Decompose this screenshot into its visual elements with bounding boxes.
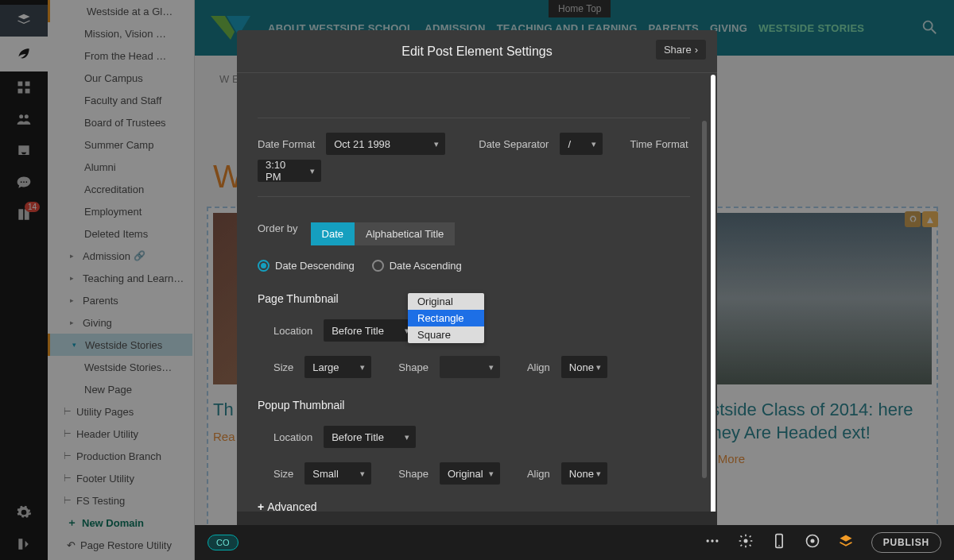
preview-icon[interactable] xyxy=(805,533,820,552)
share-button[interactable]: Share› xyxy=(656,40,706,60)
gear-icon[interactable] xyxy=(738,533,754,552)
sort-descending-radio[interactable]: Date Descending xyxy=(258,260,355,272)
layers-icon[interactable] xyxy=(838,533,854,552)
modal-overlay: Edit Post Element Settings Share› Date F… xyxy=(0,0,954,560)
popup-thumb-align-select[interactable]: None xyxy=(561,462,607,485)
modal-scrollbar-track[interactable] xyxy=(711,75,716,512)
popup-thumb-size-select[interactable]: Small xyxy=(304,462,371,485)
time-format-label: Time Format xyxy=(630,138,688,150)
size-label: Size xyxy=(273,468,293,480)
modal-header: Edit Post Element Settings Share› xyxy=(237,30,717,73)
popup-thumbnail-title: Popup Thumbnail xyxy=(258,399,690,411)
order-by-segmented: Date Alphabetical Title xyxy=(311,222,456,245)
advanced-expander[interactable]: Advanced xyxy=(258,500,690,512)
shape-label: Shape xyxy=(398,468,429,480)
svg-point-20 xyxy=(810,539,814,543)
page-thumb-size-select[interactable]: Large xyxy=(304,356,371,378)
date-format-label: Date Format xyxy=(258,138,315,150)
shape-option-original[interactable]: Original xyxy=(408,293,484,310)
svg-point-15 xyxy=(716,539,718,542)
date-format-select[interactable]: Oct 21 1998 xyxy=(326,133,445,155)
edit-post-modal: Edit Post Element Settings Share› Date F… xyxy=(237,30,717,546)
publish-button[interactable]: PUBLISH xyxy=(871,532,941,553)
order-by-date[interactable]: Date xyxy=(311,222,355,245)
date-separator-select[interactable]: / xyxy=(560,133,603,155)
page-thumb-location-select[interactable]: Before Title xyxy=(324,319,416,342)
time-format-select[interactable]: 3:10 PM xyxy=(258,160,321,182)
shape-option-square[interactable]: Square xyxy=(408,326,484,343)
svg-point-13 xyxy=(706,539,708,542)
modal-title: Edit Post Element Settings xyxy=(401,44,552,59)
location-label: Location xyxy=(273,325,312,337)
order-by-alpha[interactable]: Alphabetical Title xyxy=(355,222,455,245)
align-label: Align xyxy=(527,468,550,480)
popup-thumb-shape-select[interactable]: Original xyxy=(440,462,500,485)
status-pill[interactable]: CO xyxy=(207,535,238,550)
page-thumb-align-select[interactable]: None xyxy=(561,356,607,378)
shape-option-rectangle[interactable]: Rectangle xyxy=(408,310,484,326)
sort-ascending-radio[interactable]: Date Ascending xyxy=(372,260,462,272)
order-by-label: Order by xyxy=(258,222,298,234)
svg-point-16 xyxy=(743,539,747,543)
svg-point-14 xyxy=(711,539,713,542)
svg-point-18 xyxy=(778,545,780,546)
bottom-toolbar: CO PUBLISH xyxy=(195,525,954,560)
shape-options-dropdown: Original Rectangle Square xyxy=(408,293,484,343)
chevron-right-icon: › xyxy=(695,44,698,56)
modal-scrollbar-thumb[interactable] xyxy=(702,121,707,478)
date-separator-label: Date Separator xyxy=(479,138,549,150)
size-label: Size xyxy=(273,361,293,373)
device-icon[interactable] xyxy=(771,533,787,552)
align-label: Align xyxy=(527,361,550,373)
popup-thumb-location-select[interactable]: Before Title xyxy=(324,426,416,448)
more-icon[interactable] xyxy=(704,533,720,552)
location-label: Location xyxy=(273,431,312,443)
shape-label: Shape xyxy=(398,361,429,373)
page-thumb-shape-select[interactable] xyxy=(440,356,500,378)
